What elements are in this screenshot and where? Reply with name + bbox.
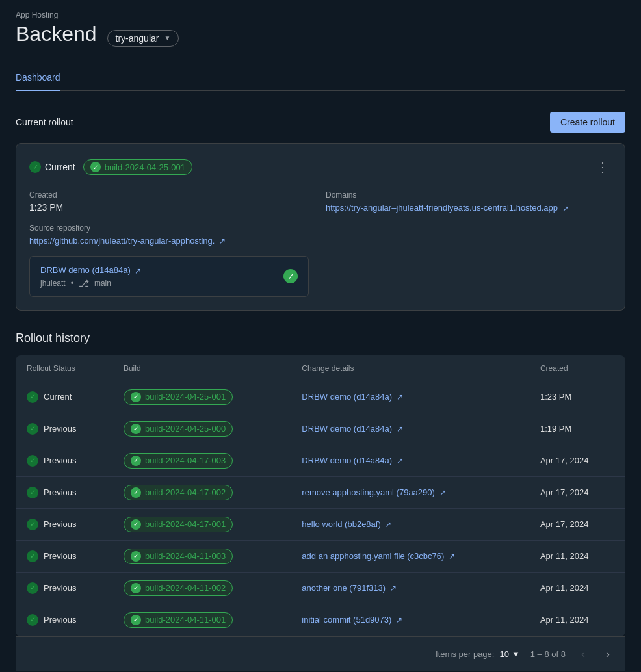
status-green-dot xyxy=(29,161,41,173)
items-per-page-control: Items per page: 10 ▼ xyxy=(436,649,520,659)
row-build-id: build-2024-04-11-001 xyxy=(145,615,226,625)
row-build-check-icon: ✓ xyxy=(131,615,141,625)
branch-icon: ⎇ xyxy=(79,278,89,289)
row-build-id: build-2024-04-11-003 xyxy=(145,551,226,561)
row-build-id: build-2024-04-25-001 xyxy=(145,392,226,402)
current-rollout-card: Current ✓ build-2024-04-25-001 ⋮ Created… xyxy=(16,143,625,311)
branch-name: try-angular xyxy=(116,33,159,44)
row-build-check-icon: ✓ xyxy=(131,519,141,530)
row-status-label: Current xyxy=(44,392,72,402)
row-status-dot xyxy=(27,455,38,467)
row-build-check-icon: ✓ xyxy=(131,551,141,562)
row-build-id: build-2024-04-25-000 xyxy=(145,424,226,433)
domains-url-text: https://try-angular–jhuleatt-friendlyeat… xyxy=(326,203,558,213)
source-repo-link[interactable]: https://github.com/jhuleatt/try-angular-… xyxy=(29,236,226,246)
row-build-badge: ✓ build-2024-04-17-002 xyxy=(124,485,233,500)
row-build-badge: ✓ build-2024-04-25-001 xyxy=(124,389,233,405)
dot-separator: • xyxy=(71,279,73,288)
commit-link[interactable]: DRBW demo (d14a84a) ↗ xyxy=(40,265,141,275)
table-row: Previous ✓ build-2024-04-17-002 remove a… xyxy=(16,476,625,508)
tab-bar: Dashboard xyxy=(16,64,625,91)
build-badge: ✓ build-2024-04-25-001 xyxy=(83,159,192,175)
row-change-link[interactable]: DRBW demo (d14a84a) ↗ xyxy=(302,392,402,402)
source-repo-label: Source repository xyxy=(29,224,315,233)
current-rollout-title: Current rollout xyxy=(16,117,73,127)
row-build-check-icon: ✓ xyxy=(131,487,141,498)
row-build-id: build-2024-04-11-002 xyxy=(145,583,226,593)
row-status-label: Previous xyxy=(44,487,77,497)
commit-card: DRBW demo (d14a84a) ↗ jhuleatt • ⎇ main … xyxy=(29,256,309,297)
external-link-icon-3: ↗ xyxy=(135,266,141,276)
row-build-badge: ✓ build-2024-04-11-003 xyxy=(124,549,233,564)
row-status-label: Previous xyxy=(44,615,77,625)
row-created: Apr 11, 2024 xyxy=(530,540,625,572)
row-build-check-icon: ✓ xyxy=(131,583,141,593)
row-change-link[interactable]: remove apphosting.yaml (79aa290) ↗ xyxy=(302,487,445,497)
row-status-dot xyxy=(27,423,38,435)
row-created: Apr 17, 2024 xyxy=(530,445,625,476)
commit-branch: main xyxy=(94,279,111,288)
row-status-label: Previous xyxy=(44,456,77,465)
pagination-bar: Items per page: 10 ▼ 1 – 8 of 8 ‹ › xyxy=(16,636,625,671)
row-change-link[interactable]: add an apphosting.yaml file (c3cbc76) ↗ xyxy=(302,551,455,561)
commit-link-text: DRBW demo (d14a84a) xyxy=(40,265,131,275)
external-link-icon: ↗ xyxy=(562,204,569,213)
row-change-link[interactable]: another one (791f313) ↗ xyxy=(302,583,396,593)
col-header-status: Rollout Status xyxy=(16,355,113,381)
table-row: Previous ✓ build-2024-04-11-002 another … xyxy=(16,572,625,604)
row-ext-link-icon: ↗ xyxy=(397,424,403,433)
table-row: Previous ✓ build-2024-04-17-003 DRBW dem… xyxy=(16,445,625,476)
current-status-label: Current xyxy=(45,162,75,172)
row-build-check-icon: ✓ xyxy=(131,392,141,402)
row-change-link[interactable]: DRBW demo (d14a84a) ↗ xyxy=(302,424,402,433)
row-ext-link-icon: ↗ xyxy=(390,584,397,593)
prev-page-button[interactable]: ‹ xyxy=(576,645,590,664)
external-link-icon-2: ↗ xyxy=(219,237,226,246)
per-page-select[interactable]: 10 ▼ xyxy=(499,649,519,659)
row-change-text: DRBW demo (d14a84a) xyxy=(302,424,392,433)
tab-dashboard[interactable]: Dashboard xyxy=(16,64,60,90)
row-status-dot xyxy=(27,582,38,594)
col-header-created: Created xyxy=(530,355,625,381)
row-change-text: DRBW demo (d14a84a) xyxy=(302,392,392,402)
row-ext-link-icon: ↗ xyxy=(397,393,403,402)
row-status-label: Previous xyxy=(44,583,77,593)
row-status-dot xyxy=(27,391,38,403)
row-created: 1:19 PM xyxy=(530,413,625,445)
row-build-id: build-2024-04-17-003 xyxy=(145,456,226,465)
app-hosting-label: App Hosting xyxy=(16,10,625,19)
more-options-icon[interactable]: ⋮ xyxy=(594,157,612,177)
table-row: Previous ✓ build-2024-04-17-001 hello wo… xyxy=(16,508,625,540)
row-build-badge: ✓ build-2024-04-25-000 xyxy=(124,421,233,437)
row-build-badge: ✓ build-2024-04-11-002 xyxy=(124,580,233,596)
next-page-button[interactable]: › xyxy=(601,645,615,664)
domains-label: Domains xyxy=(326,190,612,200)
row-ext-link-icon: ↗ xyxy=(385,520,391,529)
row-status-label: Previous xyxy=(44,551,77,561)
row-created: Apr 17, 2024 xyxy=(530,476,625,508)
row-change-link[interactable]: initial commit (51d9073) ↗ xyxy=(302,615,402,625)
page-title: Backend xyxy=(16,22,97,46)
row-ext-link-icon: ↗ xyxy=(449,552,455,561)
create-rollout-button[interactable]: Create rollout xyxy=(550,112,625,133)
row-created: Apr 17, 2024 xyxy=(530,508,625,540)
row-change-link[interactable]: DRBW demo (d14a84a) ↗ xyxy=(302,456,402,465)
row-created: Apr 11, 2024 xyxy=(530,604,625,636)
per-page-chevron-icon: ▼ xyxy=(512,649,520,659)
row-change-text: hello world (bb2e8af) xyxy=(302,519,380,529)
row-build-badge: ✓ build-2024-04-17-001 xyxy=(124,517,233,532)
commit-check-icon: ✓ xyxy=(283,269,298,283)
table-row: Current ✓ build-2024-04-25-001 DRBW demo… xyxy=(16,381,625,413)
row-ext-link-icon: ↗ xyxy=(397,456,403,465)
build-check-icon: ✓ xyxy=(90,162,101,172)
row-ext-link-icon: ↗ xyxy=(396,615,402,625)
build-id: build-2024-04-25-001 xyxy=(105,162,185,172)
per-page-value: 10 xyxy=(499,649,508,659)
row-status-dot xyxy=(27,550,38,562)
branch-selector[interactable]: try-angular ▼ xyxy=(107,30,179,47)
domains-link[interactable]: https://try-angular–jhuleatt-friendlyeat… xyxy=(326,203,569,213)
row-change-link[interactable]: hello world (bb2e8af) ↗ xyxy=(302,519,391,529)
rollout-history-title: Rollout history xyxy=(16,331,625,345)
row-status-dot xyxy=(27,614,38,626)
row-build-badge: ✓ build-2024-04-11-001 xyxy=(124,612,233,628)
